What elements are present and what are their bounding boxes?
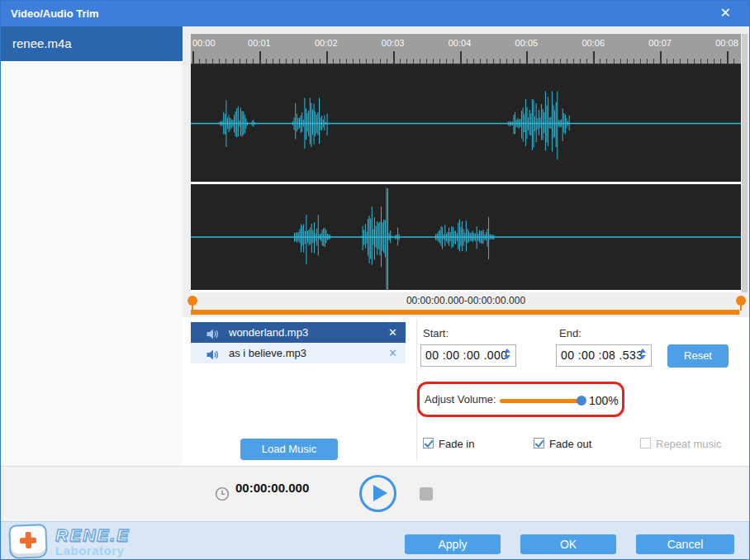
- cross-icon: [20, 532, 37, 549]
- spinner-up-icon[interactable]: [504, 349, 510, 353]
- speaker-icon: [206, 347, 219, 359]
- brand-name: RENE.E: [55, 525, 130, 545]
- spinner-up-icon[interactable]: [639, 349, 646, 353]
- remove-track-icon[interactable]: ✕: [388, 322, 397, 343]
- cancel-button[interactable]: Cancel: [636, 534, 734, 554]
- start-label: Start:: [423, 327, 449, 339]
- clock-icon: [215, 486, 230, 501]
- renee-logo: [8, 524, 47, 559]
- scrollbar-strip[interactable]: [742, 34, 748, 292]
- play-icon: [373, 485, 387, 501]
- playlist-item[interactable]: wonderland.mp3 ✕: [191, 322, 406, 343]
- footer-bar: RENE.E Laboratory Apply OK Cancel: [1, 521, 749, 560]
- title-bar[interactable]: Video/Audio Trim ✕: [1, 1, 749, 26]
- checkbox-icon: [534, 438, 544, 448]
- selection-range-label: 00:00:00.000-00:00:00.000: [191, 295, 741, 306]
- music-playlist: wonderland.mp3 ✕ as i believe.mp3 ✕: [191, 322, 406, 363]
- end-time-spinner: [639, 349, 648, 359]
- waveform-track-1[interactable]: [191, 65, 741, 182]
- checkbox-icon: [423, 438, 434, 448]
- playlist-item-label: wonderland.mp3: [229, 322, 308, 343]
- waveform-track-2[interactable]: [191, 184, 741, 290]
- sidebar-item-file[interactable]: renee.m4a: [1, 26, 183, 61]
- adjust-volume-label: Adjust Volume:: [425, 393, 496, 406]
- start-time-value: 00 :00 :00 .000: [425, 345, 507, 366]
- brand-subtitle: Laboratory: [55, 543, 130, 558]
- volume-slider-track[interactable]: [500, 399, 581, 403]
- remove-track-icon[interactable]: ✕: [388, 343, 397, 363]
- file-list-sidebar: renee.m4a: [1, 26, 183, 466]
- sidebar-item-label: renee.m4a: [12, 36, 72, 50]
- reset-button[interactable]: Reset: [667, 344, 729, 368]
- trim-slider-handle-left[interactable]: [188, 296, 197, 306]
- volume-value: 100%: [589, 394, 619, 407]
- trim-slider-track[interactable]: [191, 310, 739, 315]
- volume-slider-thumb[interactable]: [577, 396, 586, 406]
- brand-text: RENE.E Laboratory: [55, 525, 130, 558]
- video-audio-trim-dialog: Video/Audio Trim ✕ renee.m4a 00:0000:010…: [0, 0, 750, 560]
- spinner-down-icon[interactable]: [504, 355, 510, 359]
- dialog-title: Video/Audio Trim: [11, 1, 99, 26]
- play-button[interactable]: [359, 475, 396, 512]
- playlist-item-label: as i believe.mp3: [229, 343, 306, 363]
- playlist-item[interactable]: as i believe.mp3 ✕: [191, 343, 406, 363]
- checkbox-label: Repeat music: [656, 438, 721, 450]
- waveform-panel: 00:0000:0100:0200:0300:0400:0500:0600:07…: [183, 26, 750, 317]
- apply-button[interactable]: Apply: [405, 534, 501, 554]
- stop-button[interactable]: [420, 487, 433, 501]
- time-ruler: 00:0000:0100:0200:0300:0400:0500:0600:07…: [191, 34, 741, 65]
- playback-bar: 00:00:00.000: [1, 466, 749, 521]
- track-bottom-line: [191, 290, 741, 292]
- end-time-value: 00 :00 :08 .533: [561, 345, 643, 366]
- spinner-down-icon[interactable]: [639, 355, 646, 359]
- close-icon[interactable]: ✕: [715, 1, 736, 26]
- end-time-input[interactable]: 00 :00 :08 .533: [556, 344, 652, 367]
- load-music-button[interactable]: Load Music: [240, 439, 338, 460]
- end-label: End:: [559, 327, 581, 339]
- controls-panel: wonderland.mp3 ✕ as i believe.mp3 ✕ Star…: [183, 317, 750, 466]
- checkbox-icon: [640, 438, 651, 448]
- speaker-icon: [206, 326, 219, 339]
- ok-button[interactable]: OK: [520, 534, 616, 554]
- playback-time: 00:00:00.000: [235, 481, 309, 495]
- start-time-input[interactable]: 00 :00 :00 .000: [420, 344, 516, 367]
- checkbox-label: Fade out: [549, 438, 591, 450]
- trim-slider-handle-right[interactable]: [736, 296, 746, 306]
- checkbox-label: Fade in: [439, 438, 474, 450]
- start-time-spinner: [504, 349, 512, 359]
